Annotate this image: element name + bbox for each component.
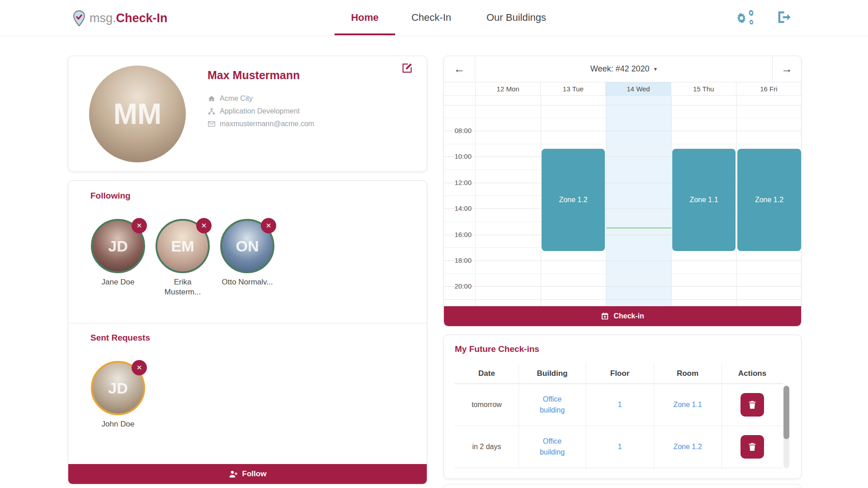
room-link[interactable]: Zone 1.1	[673, 401, 702, 409]
current-time-indicator	[606, 227, 671, 228]
hour-line	[444, 105, 801, 105]
calendar-grid[interactable]: 08:00 10:00 12:00 14:00 16:00 18:00 20:0…	[444, 96, 801, 307]
time-label: 12:00	[444, 179, 472, 186]
close-icon: ✕	[137, 364, 142, 371]
edit-profile-button[interactable]	[401, 62, 413, 74]
next-week-button[interactable]: →	[772, 56, 801, 82]
logout-button[interactable]	[775, 9, 792, 27]
avatar-initials: ON	[236, 237, 259, 255]
profile-location-row: Acme City	[208, 92, 314, 105]
cell-date: tomorrow	[455, 384, 519, 426]
caret-down-icon: ▾	[654, 66, 657, 72]
check-in-button-label: Check-in	[613, 312, 644, 320]
column-header-floor: Floor	[586, 363, 654, 384]
column-header-building: Building	[519, 363, 586, 384]
following-title: Following	[90, 191, 131, 201]
time-label: 14:00	[444, 204, 472, 212]
week-selector[interactable]: Week: #42 2020 ▾	[475, 56, 772, 82]
avatar: JD ✕	[91, 219, 145, 273]
gear-icon	[735, 12, 748, 24]
social-card: Following JD ✕ Jane Doe EM ✕ Erika Muste…	[68, 180, 427, 484]
today-column-highlight	[606, 96, 671, 307]
section-divider	[68, 323, 427, 323]
table-row: in 2 days Office building 1 Zone 1.2	[455, 426, 783, 468]
sign-out-icon	[775, 9, 792, 25]
tab-home[interactable]: Home	[335, 0, 395, 36]
person-name: Jane Doe	[92, 277, 144, 287]
unfollow-button[interactable]: ✕	[261, 218, 276, 233]
following-person-erika[interactable]: EM ✕ Erika Musterm...	[151, 219, 214, 297]
calendar-event-thu-zone-1-1[interactable]: Zone 1.1	[672, 149, 736, 251]
sent-requests-title: Sent Requests	[90, 333, 150, 343]
column-separator	[736, 96, 737, 307]
column-separator	[671, 96, 672, 307]
envelope-icon	[208, 120, 216, 128]
tab-our-buildings-label: Our Buildings	[486, 12, 546, 23]
hour-line	[444, 131, 801, 131]
arrow-right-icon: →	[781, 62, 793, 76]
following-person-otto[interactable]: ON ✕ Otto Normalv...	[216, 219, 279, 287]
table-row: tomorrow Office building 1 Zone 1.1	[455, 384, 783, 426]
future-checkins-title: My Future Check-ins	[455, 344, 539, 354]
logo-prefix: msg.	[90, 11, 116, 25]
trash-icon	[747, 400, 757, 410]
previous-week-button[interactable]: ←	[444, 56, 475, 82]
week-calendar-card: ← Week: #42 2020 ▾ → 12 Mon 13 Tue 14 We…	[443, 56, 802, 327]
time-label: 20:00	[444, 282, 472, 290]
cancel-request-button[interactable]: ✕	[132, 360, 147, 375]
building-link[interactable]: Office building	[534, 436, 571, 458]
time-gutter-header	[444, 82, 475, 95]
hour-line	[444, 144, 801, 144]
close-icon: ✕	[266, 222, 272, 229]
logo-name: Check-In	[116, 11, 168, 25]
time-label: 16:00	[444, 231, 472, 238]
unfollow-button[interactable]: ✕	[196, 218, 212, 233]
logo-text: msg.Check-In	[90, 11, 168, 25]
hour-line	[444, 274, 801, 274]
unfollow-button[interactable]: ✕	[132, 218, 147, 233]
profile-email-row: maxmustermann@acme.com	[208, 118, 314, 130]
time-label: 08:00	[444, 127, 472, 134]
app-logo[interactable]: msg.Check-In	[72, 0, 168, 36]
day-header-thu: 15 Thu	[671, 82, 736, 95]
hour-line	[444, 299, 801, 300]
table-scrollbar-thumb[interactable]	[783, 386, 789, 439]
week-title: Week: #42 2020	[590, 64, 650, 74]
delete-checkin-button[interactable]	[741, 435, 764, 459]
check-in-button[interactable]: Check-in	[444, 306, 801, 326]
calendar-header: ← Week: #42 2020 ▾ →	[444, 56, 801, 82]
future-checkins-card: My Future Check-ins Date Building Floor …	[443, 335, 802, 479]
follow-button[interactable]: Follow	[68, 464, 427, 484]
following-person-jane-doe[interactable]: JD ✕ Jane Doe	[86, 219, 150, 287]
delete-checkin-button[interactable]	[741, 393, 764, 417]
profile-department: Application Development	[220, 107, 300, 115]
building-link[interactable]: Office building	[534, 394, 571, 416]
day-header-fri: 16 Fri	[736, 82, 801, 95]
floor-link[interactable]: 1	[618, 401, 622, 409]
calendar-plus-icon	[601, 312, 609, 320]
tab-check-in[interactable]: Check-In	[400, 0, 463, 36]
event-label: Zone 1.1	[689, 196, 718, 204]
day-header-row: 12 Mon 13 Tue 14 Wed 15 Thu 16 Fri	[444, 82, 801, 96]
trash-icon	[747, 442, 757, 452]
room-link[interactable]: Zone 1.2	[673, 443, 702, 451]
profile-info: Acme City Application Development maxmus…	[208, 92, 314, 130]
event-label: Zone 1.2	[559, 196, 587, 204]
time-label: 18:00	[444, 256, 472, 264]
edit-icon	[401, 62, 413, 74]
sent-request-person-john-doe[interactable]: JD ✕ John Doe	[86, 361, 150, 429]
profile-card: MM Max Mustermann Acme City Application …	[68, 56, 427, 172]
calendar-event-tue-zone-1-2[interactable]: Zone 1.2	[542, 149, 605, 251]
person-name: Otto Normalv...	[221, 277, 274, 287]
hour-line	[444, 286, 801, 287]
tab-our-buildings[interactable]: Our Buildings	[471, 0, 561, 36]
profile-email: maxmustermann@acme.com	[220, 120, 314, 128]
settings-button[interactable]	[735, 9, 756, 28]
gear-icon	[748, 19, 755, 25]
floor-link[interactable]: 1	[618, 443, 622, 451]
column-header-date: Date	[455, 363, 519, 384]
app-header: msg.Check-In Home Check-In Our Buildings	[0, 0, 868, 36]
calendar-event-fri-zone-1-2[interactable]: Zone 1.2	[737, 149, 801, 251]
user-plus-icon	[229, 469, 238, 479]
header-actions	[735, 0, 792, 36]
